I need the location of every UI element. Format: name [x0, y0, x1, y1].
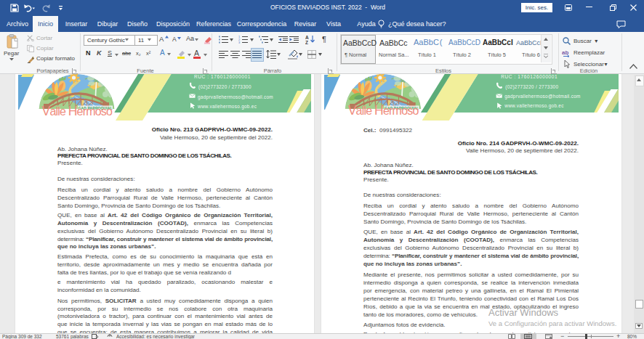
- svg-text:Z: Z: [305, 40, 308, 44]
- svg-text:3: 3: [238, 41, 241, 44]
- svg-text:A: A: [305, 35, 309, 40]
